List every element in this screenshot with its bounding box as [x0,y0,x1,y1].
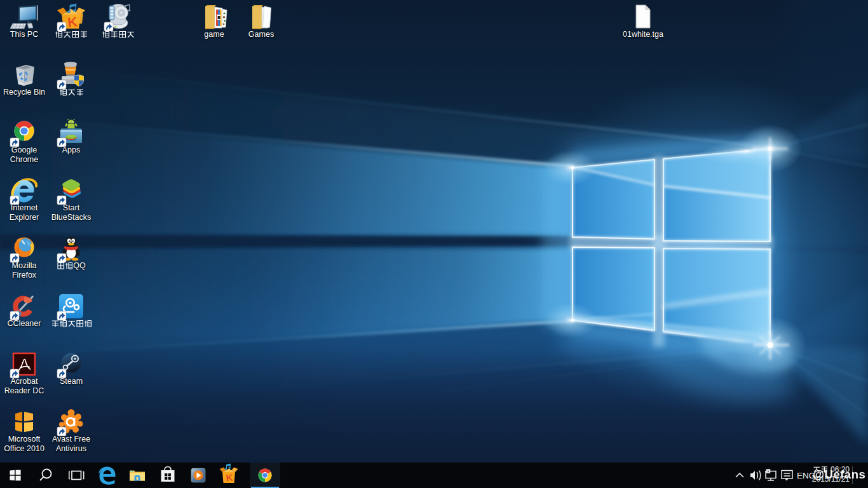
svg-text:K: K [67,14,78,29]
svg-text:K: K [226,471,234,483]
